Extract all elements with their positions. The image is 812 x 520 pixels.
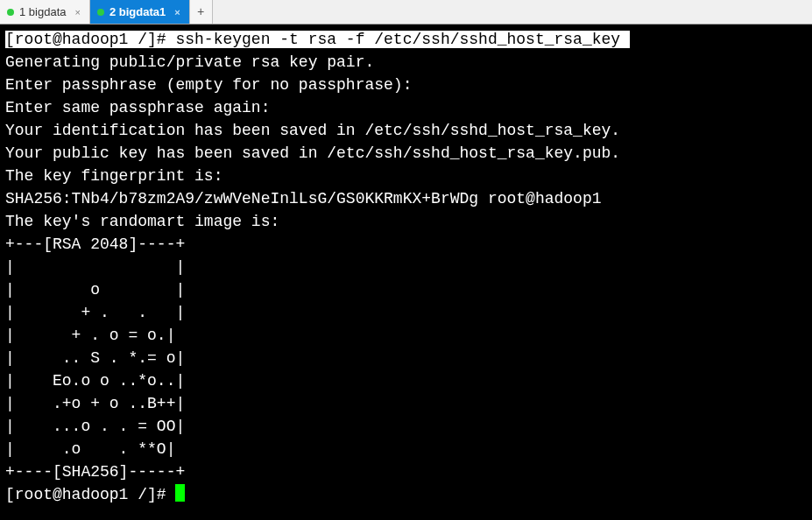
terminal-line: Enter passphrase (empty for no passphras… bbox=[5, 76, 412, 94]
terminal-line: Your public key has been saved in /etc/s… bbox=[5, 144, 620, 162]
new-tab-button[interactable]: + bbox=[190, 0, 213, 24]
tab-bigdata1[interactable]: 2 bigdata1 × bbox=[90, 0, 190, 24]
randomart-line: | ...o . . = OO| bbox=[5, 418, 185, 435]
plus-icon: + bbox=[197, 5, 204, 19]
terminal-line: The key fingerprint is: bbox=[5, 167, 222, 185]
tab-label: 2 bigdata1 bbox=[109, 5, 166, 18]
randomart-line: | + . o = o.| bbox=[5, 327, 175, 344]
terminal-output[interactable]: [root@hadoop1 /]# ssh-keygen -t rsa -f /… bbox=[0, 25, 812, 520]
randomart-line: | + . . | bbox=[5, 304, 185, 321]
status-dot-icon bbox=[7, 9, 14, 16]
tab-bigdata[interactable]: 1 bigdata × bbox=[0, 0, 90, 24]
randomart-line: +---[RSA 2048]----+ bbox=[5, 235, 185, 253]
terminal-line: Enter same passphrase again: bbox=[5, 99, 270, 116]
randomart-line: | o | bbox=[5, 281, 185, 299]
randomart-line: | .o . **O| bbox=[5, 440, 175, 458]
close-icon[interactable]: × bbox=[75, 7, 81, 18]
cursor-icon bbox=[175, 484, 185, 502]
randomart-line: | .. S . *.= o| bbox=[5, 349, 185, 367]
terminal-line: The key's randomart image is: bbox=[5, 213, 279, 230]
tab-bar: 1 bigdata × 2 bigdata1 × + bbox=[0, 0, 812, 25]
terminal-line: Generating public/private rsa key pair. bbox=[5, 53, 374, 71]
close-icon[interactable]: × bbox=[174, 7, 180, 18]
terminal-line: Your identification has been saved in /e… bbox=[5, 122, 620, 139]
randomart-line: | .+o + o ..B++| bbox=[5, 395, 185, 412]
randomart-line: +----[SHA256]-----+ bbox=[5, 463, 185, 481]
prompt: [root@hadoop1 /]# bbox=[5, 486, 175, 503]
randomart-line: | Eo.o o ..*o..| bbox=[5, 372, 185, 390]
status-dot-icon bbox=[97, 9, 104, 16]
randomart-line: | | bbox=[5, 258, 185, 276]
tab-label: 1 bigdata bbox=[19, 5, 67, 18]
terminal-line: SHA256:TNb4/b78zm2A9/zwWVeNeInlLsG/GS0KK… bbox=[5, 190, 602, 207]
command-line-highlighted: [root@hadoop1 /]# ssh-keygen -t rsa -f /… bbox=[5, 31, 630, 48]
